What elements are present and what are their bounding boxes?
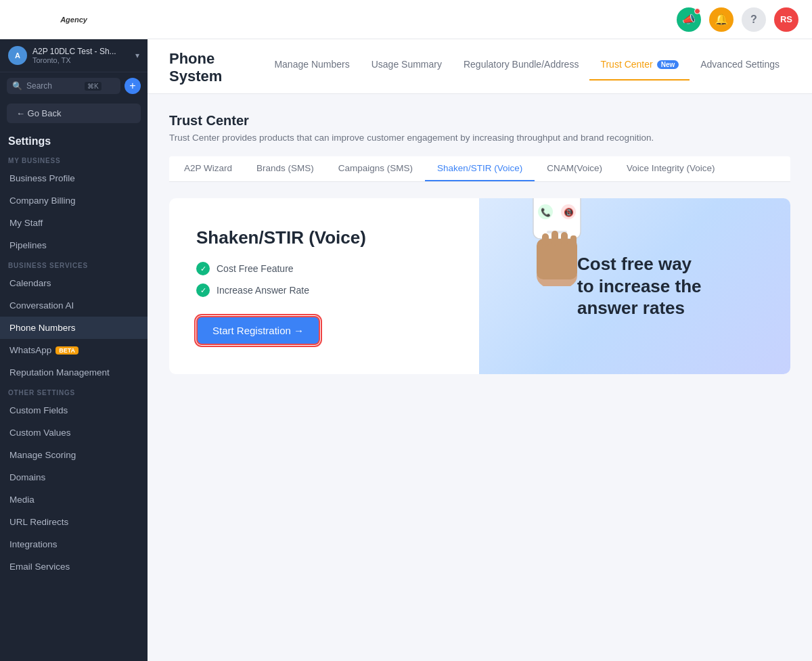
help-button[interactable]: ?	[742, 7, 766, 32]
stir-feature-2: ✓ Increase Answer Rate	[196, 283, 452, 297]
sidebar-item-conversation-ai[interactable]: Conversation AI	[0, 294, 148, 317]
sidebar-item-label: Conversation AI	[9, 300, 74, 311]
sidebar-item-phone-numbers[interactable]: Phone Numbers	[0, 317, 148, 339]
new-badge: New	[657, 60, 679, 69]
sidebar-item-label: My Staff	[9, 218, 43, 228]
sidebar-item-domains[interactable]: Domains	[0, 466, 148, 488]
trust-center-description: Trust Center provides products that can …	[169, 133, 790, 143]
sidebar-item-label: Domains	[9, 472, 45, 482]
sidebar-item-label: Integrations	[9, 539, 58, 549]
start-registration-button[interactable]: Start Registration →	[196, 316, 320, 345]
account-info: A2P 10DLC Test - Sh... Toronto, TX	[32, 47, 130, 64]
sub-tab-brands-sms[interactable]: Brands (SMS)	[244, 156, 326, 181]
page-header-top: Phone System Manage Numbers Usage Summar…	[169, 50, 790, 85]
svg-rect-15	[570, 235, 577, 246]
sidebar-item-label: Company Billing	[9, 196, 76, 206]
phone-hand-illustration: ✓ VERIFIED CALLER 📞 📵	[516, 198, 597, 286]
search-shortcut: ⌘K	[85, 82, 102, 91]
section-label-my-business: MY BUSINESS	[0, 152, 148, 167]
sidebar-item-label: Media	[9, 495, 35, 505]
page-title: Phone System	[169, 50, 244, 85]
stir-tagline: Cost free way to increase the answer rat…	[577, 253, 713, 319]
sub-tab-voice-integrity[interactable]: Voice Integrity (Voice)	[614, 156, 727, 181]
svg-rect-12	[542, 233, 549, 247]
sidebar-item-business-profile[interactable]: Business Profile	[0, 167, 148, 189]
sidebar-item-my-staff[interactable]: My Staff	[0, 212, 148, 234]
tab-usage-summary[interactable]: Usage Summary	[361, 55, 453, 81]
tab-manage-numbers[interactable]: Manage Numbers	[263, 55, 360, 81]
user-avatar-button[interactable]: RS	[774, 7, 798, 32]
search-icon: 🔍	[12, 81, 22, 91]
sidebar-item-company-billing[interactable]: Company Billing	[0, 189, 148, 212]
sidebar-item-label: Calendars	[9, 278, 51, 288]
sidebar-item-custom-values[interactable]: Custom Values	[0, 421, 148, 444]
main-content: 📣 🔔 ? RS Phone System Manage Numbers Usa…	[148, 0, 812, 661]
top-bar: 📣 🔔 ? RS	[148, 0, 812, 39]
stir-right-content: ✓ VERIFIED CALLER 📞 📵	[557, 253, 713, 319]
account-switcher[interactable]: A A2P 10DLC Test - Sh... Toronto, TX ▾	[0, 39, 148, 72]
page-header: Phone System Manage Numbers Usage Summar…	[148, 39, 812, 94]
stir-features-list: ✓ Cost Free Feature ✓ Increase Answer Ra…	[196, 262, 452, 297]
stir-card-left: Shaken/STIR (Voice) ✓ Cost Free Feature …	[169, 198, 479, 374]
sidebar-item-calendars[interactable]: Calendars	[0, 272, 148, 294]
tab-trust-center[interactable]: Trust Center New	[589, 55, 690, 81]
sidebar-item-custom-fields[interactable]: Custom Fields	[0, 399, 148, 421]
stir-card-right: ✓ VERIFIED CALLER 📞 📵	[479, 198, 790, 374]
content-area: Trust Center Trust Center provides produ…	[148, 94, 812, 661]
tab-advanced-settings[interactable]: Advanced Settings	[690, 55, 790, 81]
sidebar-item-reputation-management[interactable]: Reputation Management	[0, 361, 148, 384]
section-label-other-settings: OTHER SETTINGS	[0, 384, 148, 399]
nav-tabs: Manage Numbers Usage Summary Regulatory …	[263, 55, 790, 81]
chevron-down-icon: ▾	[135, 51, 139, 60]
beta-badge: beta	[55, 346, 78, 355]
sidebar-item-label: Custom Fields	[9, 405, 68, 415]
notification-dot	[694, 8, 700, 14]
sidebar-item-integrations[interactable]: Integrations	[0, 533, 148, 555]
sidebar-item-whatsapp[interactable]: WhatsApp beta	[0, 339, 148, 361]
account-name: A2P 10DLC Test - Sh...	[32, 47, 130, 56]
search-section: 🔍 ⌘K +	[0, 72, 148, 99]
sub-tab-shaken-stir[interactable]: Shaken/STIR (Voice)	[425, 156, 535, 181]
sidebar-item-manage-scoring[interactable]: Manage Scoring	[0, 444, 148, 466]
sub-tabs: A2P Wizard Brands (SMS) Campaigns (SMS) …	[169, 156, 790, 182]
svg-rect-13	[551, 231, 558, 246]
sidebar: Agency A A2P 10DLC Test - Sh... Toronto,…	[0, 0, 148, 661]
stir-card-title: Shaken/STIR (Voice)	[196, 227, 452, 248]
stir-feature-1: ✓ Cost Free Feature	[196, 262, 452, 275]
megaphone-button[interactable]: 📣	[677, 7, 701, 32]
sidebar-item-label: Business Profile	[9, 173, 75, 183]
sidebar-item-label: Reputation Management	[9, 367, 110, 378]
sub-tab-cnam[interactable]: CNAM(Voice)	[535, 156, 614, 181]
tab-regulatory[interactable]: Regulatory Bundle/Address	[453, 55, 589, 81]
check-icon-1: ✓	[196, 262, 210, 275]
shaken-stir-card: Shaken/STIR (Voice) ✓ Cost Free Feature …	[169, 198, 790, 374]
sidebar-item-media[interactable]: Media	[0, 488, 148, 511]
go-back-button[interactable]: ← Go Back	[7, 104, 141, 123]
bell-button[interactable]: 🔔	[709, 7, 734, 32]
avatar: A	[8, 46, 27, 65]
check-icon-2: ✓	[196, 283, 210, 297]
settings-title: Settings	[0, 127, 148, 152]
section-label-business-services: BUSINESS SERVICES	[0, 256, 148, 272]
sidebar-item-pipelines[interactable]: Pipelines	[0, 234, 148, 256]
svg-rect-14	[561, 232, 568, 246]
sidebar-item-label: Email Services	[9, 562, 70, 572]
account-location: Toronto, TX	[32, 56, 130, 64]
sub-tab-a2p-wizard[interactable]: A2P Wizard	[172, 156, 244, 181]
add-button[interactable]: +	[125, 78, 141, 94]
sidebar-item-email-services[interactable]: Email Services	[0, 555, 148, 578]
search-wrap[interactable]: 🔍 ⌘K	[7, 78, 120, 94]
trust-center-title: Trust Center	[169, 113, 790, 129]
search-input[interactable]	[26, 81, 81, 91]
logo: Agency	[0, 0, 148, 39]
svg-text:📞: 📞	[541, 207, 551, 217]
sidebar-item-url-redirects[interactable]: URL Redirects	[0, 511, 148, 533]
sidebar-item-label: Pipelines	[9, 240, 47, 250]
sidebar-item-label: URL Redirects	[9, 517, 68, 527]
logo-text: Agency	[60, 16, 87, 24]
sidebar-item-label: Custom Values	[9, 428, 71, 438]
feature-label-1: Cost Free Feature	[217, 263, 294, 274]
sidebar-item-label: Phone Numbers	[9, 323, 76, 333]
trust-center-header: Trust Center Trust Center provides produ…	[169, 113, 790, 143]
sub-tab-campaigns-sms[interactable]: Campaigns (SMS)	[326, 156, 425, 181]
